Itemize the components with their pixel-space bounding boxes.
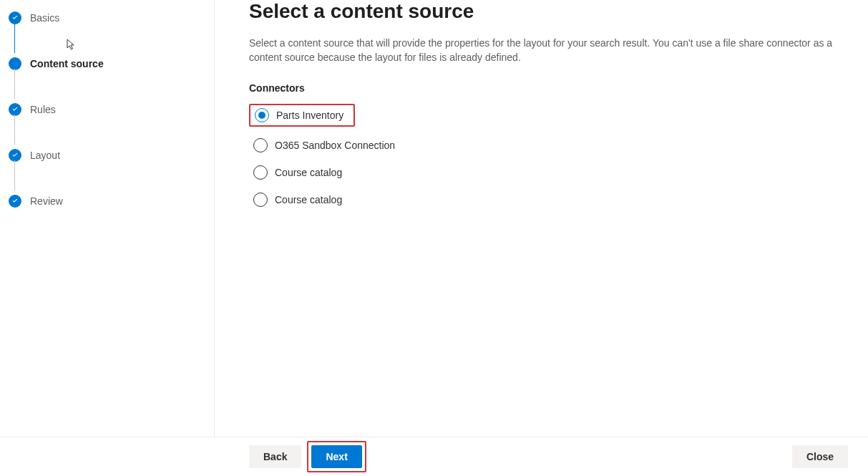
wizard-sidebar: Basics Content source Rules Layout — [0, 0, 215, 437]
next-button[interactable]: Next — [311, 445, 361, 468]
check-icon — [9, 11, 21, 24]
page-title: Select a content source — [249, 0, 854, 23]
page-description: Select a content source that will provid… — [249, 36, 854, 65]
current-step-icon — [9, 57, 21, 70]
check-icon — [9, 195, 21, 208]
check-icon — [9, 103, 21, 116]
radio-label: Course catalog — [275, 194, 342, 205]
connector-option-course-catalog-2[interactable]: Course catalog — [249, 191, 854, 208]
step-connector — [14, 69, 15, 99]
connector-option-o365-sandbox[interactable]: O365 Sandbox Connection — [249, 137, 854, 154]
step-content-source[interactable]: Content source — [9, 53, 214, 74]
step-connector — [14, 23, 15, 53]
step-label: Layout — [30, 150, 60, 161]
connector-option-course-catalog-1[interactable]: Course catalog — [249, 164, 854, 181]
close-button[interactable]: Close — [792, 445, 848, 468]
step-review[interactable]: Review — [9, 190, 214, 212]
step-basics[interactable]: Basics — [9, 7, 214, 29]
step-connector — [14, 160, 15, 190]
radio-icon — [253, 193, 268, 207]
radio-label: Course catalog — [275, 167, 342, 178]
radio-icon — [253, 165, 268, 180]
connector-option-parts-inventory[interactable]: Parts Inventory — [249, 104, 355, 127]
step-rules[interactable]: Rules — [9, 99, 214, 120]
radio-label: O365 Sandbox Connection — [275, 140, 395, 151]
next-button-highlight: Next — [307, 441, 366, 472]
step-label: Review — [30, 195, 63, 207]
connectors-label: Connectors — [249, 82, 854, 94]
step-list: Basics Content source Rules Layout — [9, 7, 214, 212]
check-icon — [9, 149, 21, 162]
step-label: Content source — [30, 58, 104, 69]
step-layout[interactable]: Layout — [9, 145, 214, 166]
step-connector — [14, 115, 15, 145]
main-content: Select a content source Select a content… — [215, 0, 868, 437]
connectors-radio-group: Parts Inventory O365 Sandbox Connection … — [249, 104, 854, 208]
back-button[interactable]: Back — [249, 445, 301, 468]
radio-icon — [253, 138, 268, 152]
footer-bar: Back Next Close — [0, 437, 868, 476]
radio-label: Parts Inventory — [276, 110, 343, 121]
radio-icon — [255, 108, 269, 122]
step-label: Rules — [30, 104, 56, 115]
step-label: Basics — [30, 12, 59, 24]
